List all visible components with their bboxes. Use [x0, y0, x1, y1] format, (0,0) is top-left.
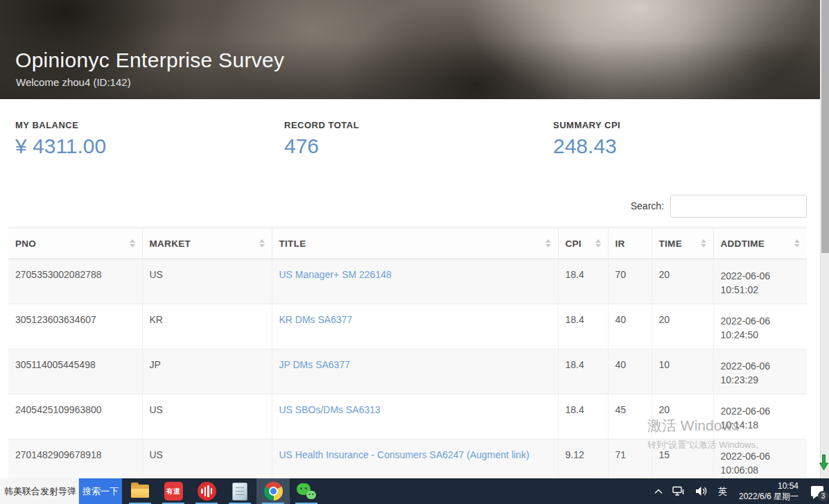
cell-ir: 40 [608, 304, 652, 349]
stat-summary-cpi: SUMMARY CPI 248.43 [553, 120, 620, 158]
stat-record-total: RECORD TOTAL 476 [284, 120, 359, 158]
column-header-pno[interactable]: PNO [8, 228, 142, 259]
system-tray: 英 10:54 2022/6/6 星期一 3 [649, 478, 829, 504]
cell-pno: 2701482909678918 [8, 440, 142, 485]
cell-pno: 2405425109963800 [8, 394, 142, 440]
cell-ir: 40 [608, 349, 652, 394]
cell-market: US [142, 440, 272, 485]
wechat-icon [297, 483, 316, 501]
search-input[interactable] [670, 195, 807, 218]
cell-ir: 70 [608, 259, 652, 304]
taskbar-music-button[interactable] [190, 478, 223, 504]
stat-my-balance: MY BALANCE ¥ 4311.00 [15, 120, 106, 158]
taskbar-wechat-button[interactable] [290, 478, 323, 504]
cell-time: 15 [652, 440, 713, 485]
survey-table: PNO MARKET TITLE CPI IR TIME ADDTIME 270… [8, 227, 807, 485]
cell-market: JP [142, 349, 272, 394]
sort-icon [789, 239, 800, 247]
stat-label: SUMMARY CPI [553, 120, 620, 130]
clock-date: 2022/6/6 星期一 [739, 492, 799, 502]
chrome-icon [264, 482, 283, 501]
taskbar-clock[interactable]: 10:54 2022/6/6 星期一 [732, 481, 805, 502]
cell-market: US [142, 394, 272, 440]
cell-pno: 305123603634607 [8, 304, 142, 349]
cell-time: 10 [652, 349, 713, 394]
table-row: 2705353002082788 US US Manager+ SM 22614… [8, 259, 807, 304]
cell-cpi: 18.4 [558, 349, 608, 394]
table-row: 2701482909678918 US US Health Insurance … [8, 440, 807, 485]
download-arrow-icon[interactable] [819, 454, 828, 473]
survey-title-link[interactable]: JP DMs SA6377 [279, 359, 350, 370]
cell-time: 20 [652, 259, 713, 304]
sort-icon [695, 239, 706, 247]
clock-time: 10:54 [739, 481, 799, 492]
welcome-text: Welcome zhou4 (ID:142) [16, 76, 131, 88]
desktop-screen: Opinionyc Enterprise Survey Welcome zhou… [0, 0, 829, 504]
cell-cpi: 9.12 [558, 440, 608, 485]
cell-ir: 71 [608, 440, 652, 485]
survey-title-link[interactable]: KR DMs SA6377 [279, 314, 353, 325]
column-header-market[interactable]: MARKET [142, 228, 272, 259]
cell-cpi: 18.4 [558, 394, 608, 440]
taskbar-file-explorer-button[interactable] [123, 478, 157, 504]
sort-icon [124, 239, 135, 247]
cell-cpi: 18.4 [558, 304, 608, 349]
table-row: 2405425109963800 US US SBOs/DMs SA6313 1… [8, 394, 807, 440]
stat-value: 248.43 [553, 134, 620, 158]
tray-chevron-up-icon[interactable] [649, 478, 667, 504]
notepad-icon [232, 483, 247, 501]
cell-title: JP DMs SA6377 [272, 349, 558, 394]
stat-value: 476 [284, 134, 359, 158]
youdao-dict-icon: 有道 [164, 482, 183, 501]
column-header-addtime[interactable]: ADDTIME [713, 228, 807, 259]
cell-addtime: 2022-06-0610:14:18 [713, 394, 807, 440]
volume-icon[interactable] [690, 478, 713, 504]
survey-title-link[interactable]: US SBOs/DMs SA6313 [279, 404, 381, 415]
notification-badge: 3 [818, 491, 828, 501]
cell-addtime: 2022-06-0610:06:08 [713, 440, 807, 485]
sort-icon [540, 239, 551, 247]
page-title: Opinionyc Enterprise Survey [15, 49, 284, 72]
cell-time: 20 [652, 304, 713, 349]
input-language-indicator[interactable]: 英 [713, 478, 732, 504]
search-label: Search: [631, 200, 664, 211]
sort-icon [254, 239, 265, 247]
cell-addtime: 2022-06-0610:23:29 [713, 349, 807, 394]
survey-title-link[interactable]: US Manager+ SM 226148 [279, 269, 392, 280]
column-header-cpi[interactable]: CPI [558, 228, 608, 259]
taskbar-search-button[interactable]: 搜索一下 [79, 478, 122, 504]
scrollbar-thumb[interactable] [821, 0, 829, 253]
column-header-title[interactable]: TITLE [272, 228, 558, 259]
cell-market: US [142, 259, 272, 304]
column-header-time[interactable]: TIME [652, 228, 713, 259]
column-header-ir[interactable]: IR [608, 228, 652, 259]
file-explorer-icon [131, 485, 149, 498]
cell-addtime: 2022-06-0610:51:02 [713, 259, 807, 304]
windows-taskbar: 韩美联合发射导弹 搜索一下 有道 [0, 478, 829, 504]
network-icon[interactable] [667, 478, 690, 504]
cell-ir: 45 [608, 394, 652, 440]
taskbar-notepad-button[interactable] [223, 478, 256, 504]
cell-cpi: 18.4 [558, 259, 608, 304]
cell-time: 20 [652, 394, 713, 440]
action-center-button[interactable]: 3 [805, 478, 829, 504]
cell-addtime: 2022-06-0610:24:50 [713, 304, 807, 349]
taskbar-search-box[interactable]: 韩美联合发射导弹 [0, 478, 79, 504]
survey-title-link[interactable]: US Health Insurance - Consumers SA6247 (… [279, 449, 530, 460]
table-search-row: Search: [0, 195, 807, 218]
table-row: 305114005445498 JP JP DMs SA6377 18.4 40… [8, 349, 807, 394]
cell-pno: 2705353002082788 [8, 259, 142, 304]
table-header-row: PNO MARKET TITLE CPI IR TIME ADDTIME [8, 228, 807, 259]
cell-title: US Health Insurance - Consumers SA6247 (… [272, 440, 558, 485]
table-row: 305123603634607 KR KR DMs SA6377 18.4 40… [8, 304, 807, 349]
cell-pno: 305114005445498 [8, 349, 142, 394]
sort-icon [590, 239, 601, 247]
stat-value: ¥ 4311.00 [15, 134, 106, 158]
hero-banner: Opinionyc Enterprise Survey Welcome zhou… [0, 0, 820, 99]
stat-label: MY BALANCE [15, 120, 106, 130]
cell-title: KR DMs SA6377 [272, 304, 558, 349]
music-app-icon [198, 482, 216, 501]
taskbar-youdao-button[interactable]: 有道 [157, 478, 190, 504]
taskbar-chrome-button[interactable] [256, 478, 290, 504]
cell-title: US Manager+ SM 226148 [272, 259, 558, 304]
